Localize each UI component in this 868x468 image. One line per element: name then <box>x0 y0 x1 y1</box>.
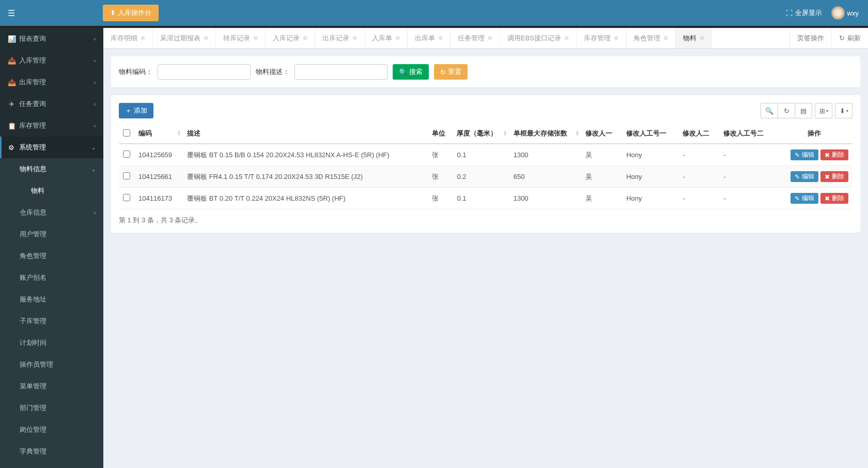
sidebar-item-2[interactable]: 📤出库管理‹ <box>0 71 103 93</box>
col-header-3: 单位 <box>428 124 453 144</box>
sidebar-item-5[interactable]: ⚙系统管理⌄ <box>0 137 103 158</box>
tab-4[interactable]: 出库记录⊗ <box>315 28 365 48</box>
tab-3[interactable]: 入库记录⊗ <box>266 28 315 48</box>
menu-toggle-icon[interactable]: ☰ <box>8 8 15 18</box>
col-header-5[interactable]: 单框最大存储张数▲▼ <box>509 124 581 144</box>
close-icon[interactable]: ⊗ <box>204 35 208 41</box>
sidebar-subitem-7[interactable]: 计划时间 <box>0 332 103 354</box>
row-checkbox[interactable] <box>123 172 130 179</box>
cell: 张 <box>428 166 453 188</box>
inbound-console-button[interactable]: ⬆ 入库操作台 <box>103 5 159 21</box>
tab-page-action[interactable]: 页签操作 <box>789 28 831 48</box>
close-icon[interactable]: ⊗ <box>663 35 668 41</box>
cell <box>119 188 134 209</box>
close-icon[interactable]: ⊗ <box>564 35 569 41</box>
sidebar-subitem-11[interactable]: 岗位管理 <box>0 419 103 441</box>
tab-5[interactable]: 入库单⊗ <box>365 28 408 48</box>
delete-button[interactable]: ✖删除 <box>820 171 848 182</box>
table-view-switch[interactable]: ⊞▾ <box>815 103 832 118</box>
add-button[interactable]: ＋添加 <box>119 103 153 118</box>
sidebar-item-0[interactable]: 📊报表查询‹ <box>0 28 103 50</box>
user-menu[interactable]: wxy <box>831 6 859 20</box>
tab-label: 库存管理 <box>584 34 611 43</box>
sidebar-item-1[interactable]: 📥入库管理‹ <box>0 50 103 71</box>
material-code-input[interactable] <box>158 64 251 80</box>
close-icon[interactable]: ⊗ <box>488 35 492 41</box>
tab-0[interactable]: 库存明细⊗ <box>103 28 153 48</box>
nav-icon: 📊 <box>8 35 15 43</box>
delete-button[interactable]: ✖删除 <box>820 193 848 204</box>
tab-11[interactable]: 物料⊗ <box>676 28 712 48</box>
nav-label: 入库管理 <box>19 56 46 65</box>
cell: 104125659 <box>134 144 183 166</box>
delete-button[interactable]: ✖删除 <box>820 149 848 160</box>
sidebar-subitem-10[interactable]: 部门管理 <box>0 397 103 419</box>
sidebar-item-3[interactable]: ✈任务查询‹ <box>0 93 103 115</box>
col-header-label: 修改人工号一 <box>626 129 667 137</box>
tab-9[interactable]: 库存管理⊗ <box>577 28 626 48</box>
tab-6[interactable]: 出库单⊗ <box>408 28 451 48</box>
sidebar-leaf-material[interactable]: 物料 <box>0 180 103 202</box>
tab-2[interactable]: 转库记录⊗ <box>216 28 266 48</box>
sidebar-subitem-3[interactable]: 角色管理 <box>0 245 103 267</box>
sidebar-subitem-6[interactable]: 子库管理 <box>0 310 103 332</box>
sidebar-subitem-0[interactable]: 物料信息⌄ <box>0 158 103 180</box>
col-header-4[interactable]: 厚度（毫米）▲▼ <box>453 124 509 144</box>
cell: - <box>678 188 719 209</box>
close-icon[interactable]: ⊗ <box>700 35 704 41</box>
sidebar-subitem-12[interactable]: 字典管理 <box>0 441 103 462</box>
col-header-label: 操作 <box>808 129 821 137</box>
sidebar-subitem-4[interactable]: 账户别名 <box>0 267 103 289</box>
table-toolbar: 🔍 ↻ ▤ ⊞▾ ⬇▾ <box>758 103 853 118</box>
tab-label: 转库记录 <box>223 34 250 43</box>
row-checkbox[interactable] <box>123 150 130 158</box>
sidebar-subitem-2[interactable]: 用户管理 <box>0 223 103 245</box>
header-right: ⛶ 全屏显示 wxy <box>786 6 868 20</box>
tab-10[interactable]: 角色管理⊗ <box>626 28 676 48</box>
edit-button[interactable]: ✎编辑 <box>791 193 818 204</box>
search-button[interactable]: 🔍搜索 <box>393 64 429 80</box>
table-search-toggle[interactable]: 🔍 <box>761 103 778 118</box>
sidebar-subitem-9[interactable]: 菜单管理 <box>0 375 103 397</box>
close-icon[interactable]: ⊗ <box>253 35 258 41</box>
tabs-list: 库存明细⊗呆滞过期报表⊗转库记录⊗入库记录⊗出库记录⊗入库单⊗出库单⊗任务管理⊗… <box>103 28 712 48</box>
select-all-checkbox[interactable] <box>123 129 130 137</box>
sidebar-subitem-13[interactable]: 参数设置 <box>0 462 103 468</box>
table-export[interactable]: ⬇▾ <box>835 103 853 118</box>
tab-label: 出库单 <box>415 34 435 43</box>
close-icon[interactable]: ⊗ <box>395 35 400 41</box>
sidebar-item-4[interactable]: 📋库存管理‹ <box>0 115 103 137</box>
nav-sub-label: 操作员管理 <box>20 360 53 369</box>
close-icon[interactable]: ⊗ <box>614 35 618 41</box>
cell: ✎编辑 ✖删除 <box>776 166 853 188</box>
table-refresh[interactable]: ↻ <box>778 103 795 118</box>
sidebar-subitem-8[interactable]: 操作员管理 <box>0 354 103 375</box>
table-columns-toggle[interactable]: ▤ <box>795 103 812 118</box>
close-icon[interactable]: ⊗ <box>141 35 145 41</box>
nav-sub-label: 物料信息 <box>20 164 47 174</box>
list-icon: ▤ <box>800 107 807 115</box>
tab-refresh[interactable]: ↻刷新 <box>831 28 868 48</box>
fullscreen-button[interactable]: ⛶ 全屏显示 <box>786 8 822 18</box>
cell: 覆铜板 BT 0.20 T/T 0.224 20X24 HL832NS (5R)… <box>183 188 427 209</box>
sidebar-subitem-1[interactable]: 仓库信息‹ <box>0 202 103 223</box>
edit-button[interactable]: ✎编辑 <box>791 149 818 160</box>
cell <box>119 166 134 188</box>
close-icon[interactable]: ⊗ <box>438 35 443 41</box>
upload-icon: ⬆ <box>110 9 116 17</box>
reset-button[interactable]: ↻重置 <box>434 64 468 80</box>
chevron-left-icon: ‹ <box>94 58 96 64</box>
edit-button[interactable]: ✎编辑 <box>791 171 818 182</box>
col-header-1[interactable]: 编码▲▼ <box>134 124 183 144</box>
chevron-left-icon: ‹ <box>94 210 96 216</box>
sidebar-subitem-5[interactable]: 服务地址 <box>0 289 103 310</box>
tab-1[interactable]: 呆滞过期报表⊗ <box>153 28 216 48</box>
close-icon[interactable]: ⊗ <box>303 35 307 41</box>
tab-7[interactable]: 任务管理⊗ <box>451 28 500 48</box>
close-icon[interactable]: ⊗ <box>352 35 357 41</box>
row-checkbox[interactable] <box>123 194 130 201</box>
tab-8[interactable]: 调用EBS接口记录⊗ <box>500 28 577 48</box>
tab-label: 任务管理 <box>458 34 485 43</box>
material-desc-input[interactable] <box>295 64 388 80</box>
inbound-console-label: 入库操作台 <box>118 9 151 17</box>
